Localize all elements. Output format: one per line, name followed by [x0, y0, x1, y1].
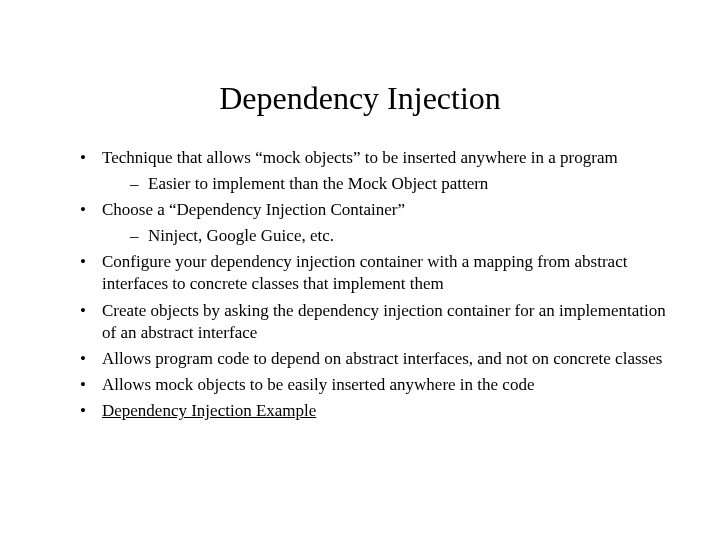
bullet-text: Allows mock objects to be easily inserte… — [102, 375, 534, 394]
list-item: Allows program code to depend on abstrac… — [80, 348, 680, 370]
bullet-text: Choose a “Dependency Injection Container… — [102, 200, 405, 219]
sub-item: Easier to implement than the Mock Object… — [130, 173, 680, 195]
sub-item: Ninject, Google Guice, etc. — [130, 225, 680, 247]
sub-list: Easier to implement than the Mock Object… — [102, 173, 680, 195]
sub-list: Ninject, Google Guice, etc. — [102, 225, 680, 247]
bullet-text: Create objects by asking the dependency … — [102, 301, 666, 342]
list-item: Dependency Injection Example — [80, 400, 680, 422]
list-item: Choose a “Dependency Injection Container… — [80, 199, 680, 247]
bullet-list: Technique that allows “mock objects” to … — [40, 147, 680, 422]
list-item: Create objects by asking the dependency … — [80, 300, 680, 344]
dependency-injection-example-link[interactable]: Dependency Injection Example — [102, 401, 316, 420]
list-item: Configure your dependency injection cont… — [80, 251, 680, 295]
slide-title: Dependency Injection — [40, 80, 680, 117]
list-item: Technique that allows “mock objects” to … — [80, 147, 680, 195]
bullet-text: Technique that allows “mock objects” to … — [102, 148, 618, 167]
bullet-text: Allows program code to depend on abstrac… — [102, 349, 662, 368]
bullet-text: Configure your dependency injection cont… — [102, 252, 627, 293]
list-item: Allows mock objects to be easily inserte… — [80, 374, 680, 396]
